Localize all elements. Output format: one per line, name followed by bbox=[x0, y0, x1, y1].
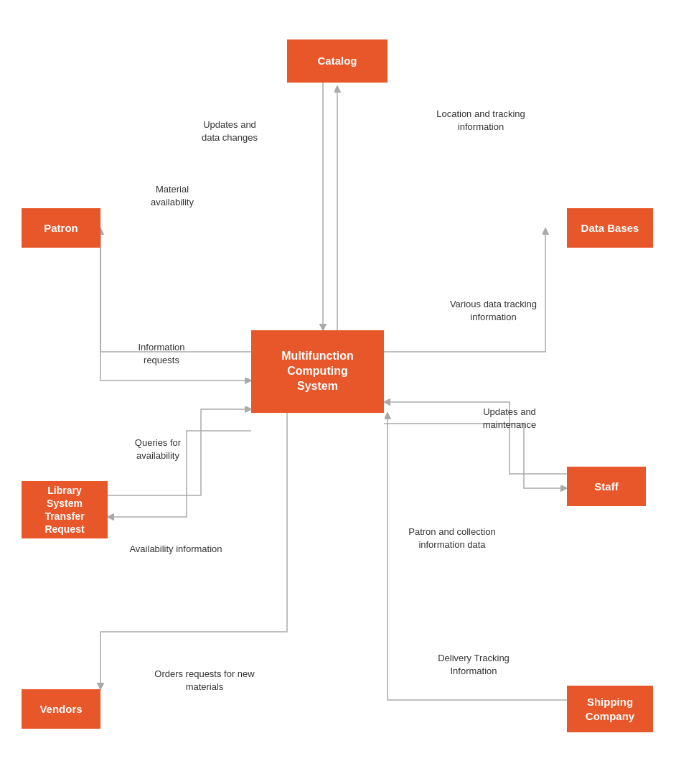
label-patron-collection: Patron and collectioninformation data bbox=[380, 526, 524, 551]
vendors-box: Vendors bbox=[22, 689, 100, 729]
catalog-box: Catalog bbox=[287, 39, 388, 83]
shipping-box: ShippingCompany bbox=[567, 686, 653, 732]
label-information-requests: Informationrequests bbox=[115, 341, 208, 367]
label-availability-info: Availability information bbox=[118, 543, 233, 556]
label-location-tracking: Location and trackinginformation bbox=[423, 108, 538, 134]
label-updates-maintenance: Updates andmaintenance bbox=[456, 406, 563, 431]
label-various-data: Various data trackinginformation bbox=[427, 298, 560, 324]
label-updates-data-changes: Updates anddata changes bbox=[183, 118, 276, 144]
diagram-container: Catalog Patron Data Bases MultifunctionC… bbox=[0, 0, 676, 784]
databases-box: Data Bases bbox=[567, 208, 653, 248]
label-queries-availability: Queries foravailability bbox=[108, 437, 208, 462]
lstr-box: Library SystemTransferRequest bbox=[22, 481, 108, 538]
patron-box: Patron bbox=[22, 208, 100, 248]
label-delivery-tracking: Delivery TrackingInformation bbox=[409, 652, 538, 678]
label-orders-requests: Orders requests for newmaterials bbox=[133, 668, 276, 694]
label-material-availability: Materialavailability bbox=[126, 183, 219, 209]
mcs-box: MultifunctionComputingSystem bbox=[251, 330, 384, 413]
staff-box: Staff bbox=[567, 467, 646, 506]
